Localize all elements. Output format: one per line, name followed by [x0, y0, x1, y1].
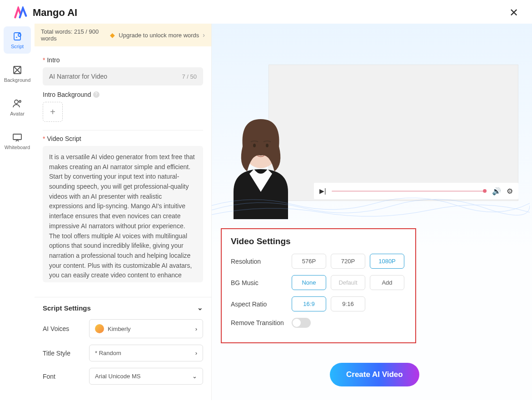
app-title: Mango AI [33, 7, 77, 19]
wave-decoration [212, 192, 530, 219]
chevron-right-icon: › [203, 31, 205, 39]
chevron-right-icon: › [195, 326, 197, 332]
chevron-down-icon: ⌄ [197, 304, 203, 312]
chevron-right-icon: › [195, 350, 197, 356]
font-label: Font [43, 373, 84, 380]
video-settings-title: Video Settings [231, 236, 406, 246]
diamond-icon: ◆ [110, 31, 115, 39]
font-select[interactable]: Arial Unicode MS ⌄ [89, 368, 203, 385]
resolution-option-576p[interactable]: 576P [292, 254, 326, 269]
intro-bg-upload[interactable]: + [43, 102, 63, 122]
intro-bg-label: Intro Background ? [43, 91, 203, 98]
left-sidebar: Script Background Avatar Whiteboard [0, 24, 35, 400]
upgrade-banner[interactable]: Total words: 215 / 900 words ◆ Upgrade t… [35, 24, 211, 46]
ai-voices-label: AI Voices [43, 325, 84, 332]
bgmusic-option-add[interactable]: Add [370, 275, 404, 290]
title-style-label: Title Style [43, 350, 84, 357]
remove-transition-toggle[interactable] [292, 318, 311, 328]
aspect-label: Aspect Ratio [231, 301, 285, 308]
chevron-down-icon: ⌄ [192, 373, 197, 380]
resolution-option-720p[interactable]: 720P [331, 254, 365, 269]
script-label: *Video Script [43, 135, 203, 142]
intro-value: AI Narrator for Video [49, 73, 107, 80]
bgmusic-option-none[interactable]: None [292, 275, 326, 290]
voice-avatar-icon [95, 324, 104, 333]
help-icon[interactable]: ? [93, 91, 99, 98]
svg-point-3 [15, 100, 18, 104]
app-logo: Mango AI [14, 6, 77, 19]
script-icon [12, 31, 23, 42]
intro-title-input[interactable]: AI Narrator for Video 7 / 50 [43, 67, 203, 85]
svg-point-8 [266, 144, 268, 147]
sidebar-label: Script [11, 44, 24, 49]
aspect-option-16-9[interactable]: 16:9 [292, 296, 326, 311]
resolution-label: Resolution [231, 258, 285, 265]
title-style-select[interactable]: * Random › [89, 345, 203, 361]
sidebar-item-background[interactable]: Background [4, 60, 31, 87]
create-ai-video-button[interactable]: Create AI Video [330, 363, 419, 386]
intro-char-count: 7 / 50 [182, 73, 197, 80]
script-panel: Total words: 215 / 900 words ◆ Upgrade t… [35, 24, 212, 400]
sidebar-item-whiteboard[interactable]: Whiteboard [4, 127, 31, 155]
upgrade-cta: Upgrade to unlock more words [119, 32, 199, 39]
svg-rect-5 [13, 134, 21, 140]
aspect-option-9-16[interactable]: 9:16 [331, 296, 365, 311]
script-settings-section: Script Settings ⌄ AI Voices Kimberly › T… [35, 297, 211, 400]
video-settings-panel: Video Settings Resolution 576P 720P 1080… [221, 228, 416, 343]
sidebar-label: Whiteboard [5, 145, 30, 150]
whiteboard-icon [12, 132, 23, 143]
video-preview: ▶| 🔊 ⚙ [212, 33, 532, 219]
resolution-option-1080p[interactable]: 1080P [370, 254, 404, 269]
video-script-textarea[interactable]: It is a versatile AI video generator fro… [43, 146, 203, 282]
word-count: Total words: 215 / 900 words [41, 28, 109, 42]
app-header: Mango AI ✕ [0, 0, 532, 24]
ai-voices-select[interactable]: Kimberly › [89, 319, 203, 338]
sidebar-item-avatar[interactable]: Avatar [4, 94, 31, 121]
sidebar-item-script[interactable]: Script [4, 26, 31, 54]
avatar-icon [12, 98, 23, 109]
svg-point-7 [253, 144, 256, 147]
intro-label: *Intro [43, 56, 203, 64]
sidebar-label: Avatar [10, 111, 25, 116]
close-icon[interactable]: ✕ [509, 6, 518, 19]
bgmusic-option-default[interactable]: Default [331, 275, 365, 290]
svg-point-4 [19, 100, 21, 102]
section-divider [43, 130, 203, 130]
preview-panel: ▶| 🔊 ⚙ Video Settings Resolution 576P 72… [212, 24, 532, 400]
sidebar-label: Background [4, 77, 31, 83]
script-settings-toggle[interactable]: Script Settings ⌄ [43, 304, 203, 312]
bgmusic-label: BG Music [231, 279, 285, 286]
background-icon [12, 65, 23, 75]
logo-icon [14, 6, 29, 19]
remove-transition-label: Remove Transition [231, 319, 285, 326]
